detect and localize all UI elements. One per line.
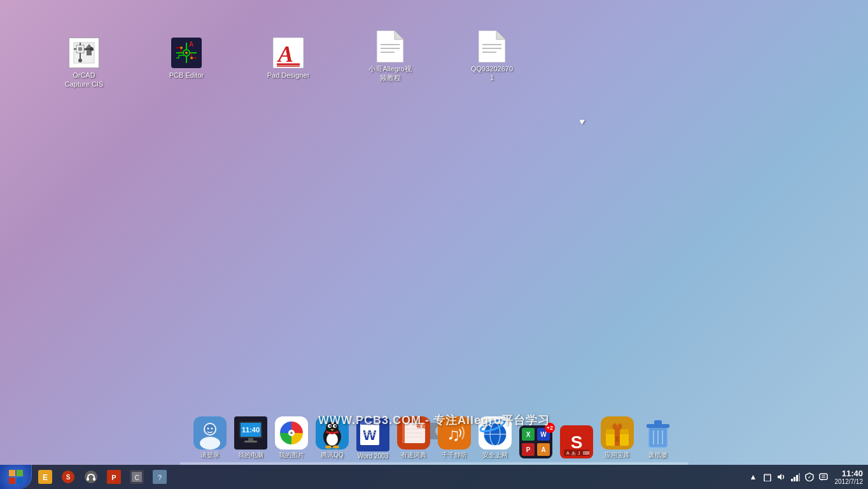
clock-date: 2012/7/12 [835,478,864,485]
allegro-video-icon [375,31,405,62]
svg-point-49 [290,432,293,434]
taskbar-headphones[interactable] [80,467,102,486]
clock[interactable]: 11:40 2012/7/12 [835,469,869,485]
tray-chat[interactable] [818,472,829,482]
dock-item-contacts[interactable]: 请登录 [191,415,229,461]
svg-text:X: X [526,431,531,438]
orcad-label: OrCAD Capture CIS [65,71,104,89]
tray-clipboard[interactable] [762,472,773,482]
allegro-video-label: 小哥Allegro视 频教程 [368,64,411,83]
svg-text:E: E [43,473,48,482]
orcad-icon [69,38,99,68]
svg-text:A: A [566,451,570,455]
svg-point-39 [207,428,209,430]
taskbar: E S P [0,465,868,489]
taskbar-sogou[interactable]: S [57,467,79,486]
desktop-icon-pcb-editor[interactable]: A PCB Editor [158,35,215,82]
svg-text:P: P [111,474,116,481]
svg-rect-45 [248,438,253,441]
svg-rect-114 [9,470,15,476]
tray-security[interactable]: ✓ [804,472,815,482]
svg-text:W: W [540,431,547,438]
desktop: OrCAD Capture CIS A [0,0,868,446]
dock-label-ie: 安全上网 [482,451,508,460]
svg-marker-31 [496,31,505,39]
svg-point-5 [78,47,82,51]
svg-point-18 [180,46,183,49]
pcb-editor-icon: A [171,38,202,68]
svg-text:✓: ✓ [808,475,811,479]
svg-text:A: A [541,446,545,453]
desktop-icon-qq-file[interactable]: QQ93202670 1 [463,29,521,85]
svg-rect-137 [794,477,795,481]
dock-item-appstore[interactable]: 宝 应用宝库 [598,415,636,461]
svg-rect-110 [654,420,662,425]
taskbar-unknown[interactable]: ? [149,467,171,486]
svg-text:?: ? [158,474,162,481]
svg-text:J: J [578,451,580,455]
dock-label-trash: 废纸篓 [648,451,668,460]
svg-text:あ: あ [571,451,576,456]
taskbar-explorer[interactable]: E [34,467,56,486]
svg-rect-134 [766,474,769,476]
taskbar-capture[interactable]: C [126,467,148,486]
desktop-icon-allegro-video[interactable]: 小哥Allegro视 频教程 [361,29,419,85]
svg-text:A: A [189,41,193,48]
photos-icon [275,416,308,450]
svg-text:宝: 宝 [615,436,620,442]
dock-label-appstore: 应用宝库 [605,451,630,460]
dock-item-trash[interactable]: 废纸篓 [639,415,677,461]
svg-text:♫: ♫ [447,425,460,444]
svg-point-52 [326,433,338,446]
tray-expand[interactable]: ▲ [748,472,759,482]
dock-item-dict[interactable]: 有道 有道词典 [395,415,433,461]
qq-icon [316,416,349,450]
start-button[interactable] [0,465,32,489]
taskbar-pcb[interactable]: P [103,467,125,486]
dock-item-word[interactable]: W W Word 2003 [354,417,392,461]
svg-rect-46 [244,441,257,443]
dock-label-photos: 我的图片 [279,451,304,460]
svg-text:⌨: ⌨ [583,451,589,455]
desktop-icon-orcad[interactable]: OrCAD Capture CIS [55,35,113,92]
dock-label-contacts: 请登录 [200,451,220,460]
svg-point-59 [333,446,339,449]
pad-designer-label: Pad Designer [267,71,310,80]
appstore-icon: 宝 [601,416,634,450]
pad-designer-icon: A [273,38,304,68]
tray-network[interactable] [790,472,801,482]
taskbar-apps: E S P [32,467,389,486]
dock-item-computer[interactable]: 11:40 我的电脑 [232,415,270,461]
svg-rect-123 [87,478,89,481]
pcb-editor-label: PCB Editor [169,71,204,80]
trash-icon [641,416,675,450]
dock-label-music: 千千静听 [442,451,467,460]
dock-item-sogou[interactable]: S A あ J ⌨ [557,424,596,461]
taskbar-dock: 请登录 11:40 我的电脑 [0,408,868,465]
dock-label-computer: 我的电脑 [238,451,263,460]
word-icon: W W [356,418,389,451]
desktop-icon-pad-designer[interactable]: A Pad Designer [260,35,317,82]
svg-point-56 [330,425,332,427]
svg-marker-26 [395,31,403,39]
dock-item-photos[interactable]: 我的图片 [272,415,311,461]
svg-point-17 [185,52,188,54]
computer-icon: 11:40 [234,416,267,450]
dock-item-office[interactable]: X W P A +2 [517,424,555,461]
svg-text:S: S [571,432,583,452]
ie-icon: e [479,416,512,450]
qq-file-label: QQ93202670 1 [471,64,513,83]
svg-point-58 [325,446,332,449]
svg-point-19 [190,57,193,59]
tray-volume[interactable] [776,472,787,482]
svg-rect-138 [796,475,798,481]
dock-item-music[interactable]: ♫ 千千静听 [435,415,473,461]
svg-rect-117 [17,478,23,484]
dock-item-ie[interactable]: e 安全上网 [476,415,514,461]
sogou-icon: S A あ J ⌨ [560,425,593,458]
svg-text:S: S [66,474,71,481]
office-icon: X W P A +2 [519,425,552,458]
svg-rect-116 [9,478,15,484]
svg-text:P: P [526,446,531,453]
dock-item-qq[interactable]: 腾讯QQ [313,415,351,461]
